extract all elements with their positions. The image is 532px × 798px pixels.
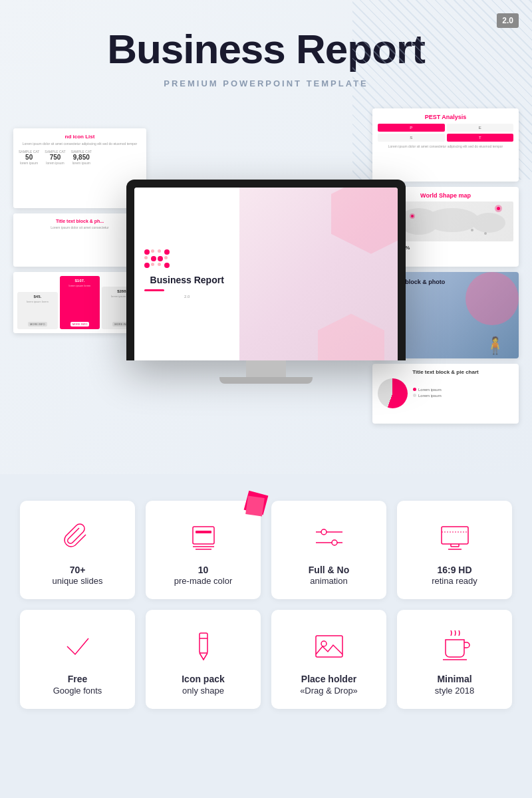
main-title: Business Report xyxy=(13,27,519,72)
image-icon xyxy=(313,630,346,663)
svg-point-10 xyxy=(332,540,337,545)
features-grid: 70+ unique slides 10 pre-made color xyxy=(20,501,512,708)
slide-card-pest: PEST Analysis P E S T Lorem ipsum dolor … xyxy=(372,108,519,182)
svg-rect-3 xyxy=(193,527,214,544)
feature-card-hd-retina: 16:9 HD retina ready xyxy=(397,501,512,599)
monitor-icon xyxy=(438,521,471,554)
feature-card-placeholder: Place holder «Drag & Drop» xyxy=(271,610,386,708)
sticky-note-front xyxy=(245,496,265,517)
sub-title: PREMIUM POWERPOINT TEMPLATE xyxy=(13,78,519,88)
layers-icon xyxy=(187,521,220,554)
screen-title: Business Report xyxy=(144,275,229,286)
top-section: 2.0 Business Report PREMIUM POWERPOINT T… xyxy=(0,0,532,474)
feature-card-icon-pack: Icon pack only shape xyxy=(146,610,261,708)
feature-card-premade-color: 10 pre-made color xyxy=(146,501,261,599)
feature-card-google-fonts: Free Google fonts xyxy=(20,610,135,708)
monitor-area: nd icon List Lorem ipsum dolor sit amet … xyxy=(13,108,519,454)
sliders-icon xyxy=(313,521,346,554)
paperclip-icon xyxy=(61,521,94,554)
svg-rect-11 xyxy=(442,527,468,544)
coffee-icon xyxy=(438,630,471,663)
feature-card-minimal-style: Minimal style 2018 xyxy=(397,610,512,708)
screen-brand: 2.0 xyxy=(144,295,229,299)
svg-rect-17 xyxy=(200,633,207,653)
svg-rect-4 xyxy=(196,531,211,533)
svg-point-2 xyxy=(472,213,505,233)
pencil-icon xyxy=(187,630,220,663)
svg-rect-19 xyxy=(316,636,342,657)
version-badge: 2.0 xyxy=(497,13,519,28)
feature-card-unique-slides: 70+ unique slides xyxy=(20,501,135,599)
features-section: 70+ unique slides 10 pre-made color xyxy=(0,474,532,735)
feature-card-animation: Full & No animation xyxy=(271,501,386,599)
checkmark-icon xyxy=(61,630,94,663)
svg-point-20 xyxy=(321,641,327,646)
svg-point-9 xyxy=(321,529,327,535)
monitor-frame: Business Report 2.0 xyxy=(126,180,406,384)
